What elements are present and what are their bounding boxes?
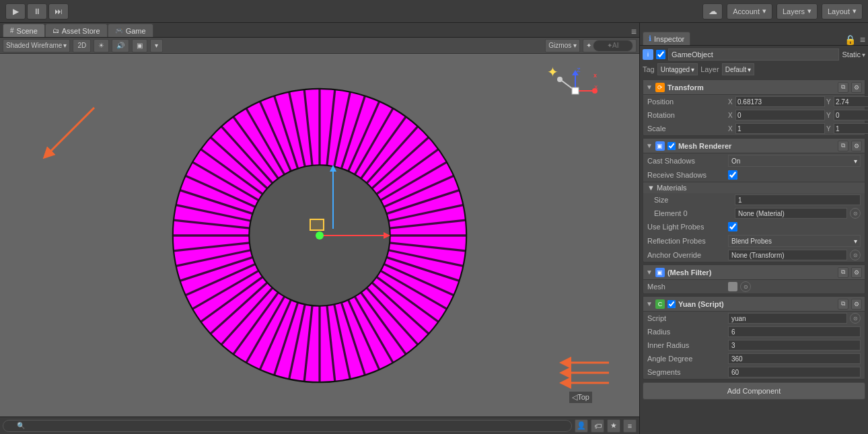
cast-shadows-dropdown[interactable]: On ▾ bbox=[728, 155, 861, 167]
2d-button[interactable]: 2D bbox=[73, 39, 91, 52]
segments-input[interactable] bbox=[728, 367, 861, 377]
reflection-probes-row: Reflection Probes Blend Probes ▾ bbox=[643, 233, 865, 248]
asset-tab-icon: 🗂 bbox=[52, 27, 59, 34]
svg-marker-64 bbox=[330, 165, 336, 172]
settings-icon-btn[interactable]: ≡ bbox=[623, 419, 637, 433]
svg-text:Z: Z bbox=[577, 67, 581, 73]
mesh-row: Mesh ⊙ bbox=[643, 280, 865, 293]
mesh-filter-icon: ▣ bbox=[655, 268, 665, 277]
svg-marker-66 bbox=[384, 232, 390, 239]
pos-x-input[interactable] bbox=[735, 96, 825, 107]
gameobject-name-input[interactable] bbox=[668, 48, 839, 61]
mesh-renderer-header[interactable]: ▼ ▣ Mesh Renderer ⧉ ⚙ bbox=[643, 139, 865, 153]
static-dropdown-arrow[interactable]: ▾ bbox=[862, 51, 865, 59]
scene-tab-icon: # bbox=[10, 27, 14, 34]
gizmos-dropdown[interactable]: Gizmos ▾ bbox=[545, 39, 580, 52]
receive-shadows-checkbox[interactable] bbox=[728, 170, 737, 180]
rot-x-input[interactable] bbox=[735, 110, 825, 120]
radius-input[interactable] bbox=[728, 326, 861, 337]
mesh-filter-settings-btn[interactable]: ⚙ bbox=[851, 267, 862, 278]
transform-settings-btn[interactable]: ⚙ bbox=[851, 82, 862, 93]
game-tab-icon: 🎮 bbox=[115, 27, 123, 34]
search-all-dropdown[interactable]: ✦ bbox=[583, 39, 637, 52]
yuan-script-copy-btn[interactable]: ⧉ bbox=[838, 299, 848, 310]
lighting-icon[interactable]: ☀ bbox=[94, 39, 109, 52]
scale-y-input[interactable] bbox=[834, 123, 868, 134]
script-picker-btn[interactable]: ⊙ bbox=[850, 313, 861, 324]
inner-radius-input[interactable] bbox=[728, 340, 861, 351]
viewport-area: # Scene 🗂 Asset Store 🎮 Game ≡ Shaded Wi… bbox=[0, 23, 639, 434]
pos-y-input[interactable] bbox=[834, 96, 868, 107]
materials-size-input[interactable] bbox=[735, 194, 861, 205]
audio-icon[interactable]: 🔊 bbox=[112, 39, 129, 52]
inspector-lock-icon[interactable]: 🔒 bbox=[844, 34, 859, 45]
yuan-script-checkbox[interactable] bbox=[667, 300, 676, 308]
viewport-canvas[interactable]: Z X x ◁Top ✦ bbox=[0, 54, 639, 417]
orientation-gizmo: Z X x bbox=[552, 67, 599, 114]
play-button[interactable]: ▶ bbox=[5, 3, 26, 20]
yuan-script-settings-btn[interactable]: ⚙ bbox=[851, 299, 862, 310]
inspector-tab-icon: ℹ bbox=[649, 34, 651, 43]
script-row: Script ⊙ bbox=[643, 312, 865, 325]
tab-more-icon[interactable]: ≡ bbox=[631, 26, 639, 37]
scene-tab[interactable]: # Scene bbox=[3, 24, 45, 37]
cast-shadows-row: Cast Shadows On ▾ bbox=[643, 153, 865, 168]
add-component-button[interactable]: Add Component bbox=[643, 382, 865, 400]
mesh-picker-btn[interactable]: ⊙ bbox=[740, 281, 751, 292]
element0-input[interactable] bbox=[735, 208, 847, 219]
play-controls: ▶ ⏸ ⏭ bbox=[5, 3, 69, 20]
shade-mode-dropdown[interactable]: Shaded Wireframe ▾ bbox=[3, 39, 70, 52]
vfx-icon[interactable]: ▣ bbox=[132, 39, 147, 52]
tag-icon-btn[interactable]: 🏷 bbox=[591, 419, 604, 433]
radius-row: Radius bbox=[643, 325, 865, 338]
asset-search-input[interactable] bbox=[3, 420, 572, 432]
angle-degree-input[interactable] bbox=[728, 353, 861, 364]
person-icon-btn[interactable]: 👤 bbox=[575, 419, 588, 433]
mesh-renderer-checkbox[interactable] bbox=[667, 142, 676, 150]
cloud-button[interactable]: ☁ bbox=[702, 3, 723, 20]
anchor-override-row: Anchor Override ⊙ bbox=[643, 248, 865, 262]
inspector-menu-icon[interactable]: ≡ bbox=[860, 34, 868, 45]
script-input[interactable] bbox=[728, 313, 847, 324]
scene-search-input[interactable] bbox=[593, 40, 633, 52]
inspector-tabs: ℹ Inspector 🔒 ≡ bbox=[640, 23, 868, 46]
fx-icon[interactable]: ▾ bbox=[150, 39, 163, 52]
pause-button[interactable]: ⏸ bbox=[27, 3, 47, 20]
position-row: Position X Y Z bbox=[643, 95, 865, 108]
inspector-tab[interactable]: ℹ Inspector bbox=[643, 32, 690, 45]
anchor-override-picker-btn[interactable]: ⊙ bbox=[850, 250, 861, 260]
mesh-filter-header[interactable]: ▼ ▣ (Mesh Filter) ⧉ ⚙ bbox=[643, 265, 865, 280]
svg-line-0 bbox=[47, 108, 94, 155]
yuan-script-collapse-arrow: ▼ bbox=[646, 300, 653, 308]
inspector-panel: ℹ Inspector 🔒 ≡ i Static ▾ bbox=[639, 23, 868, 434]
yuan-script-header[interactable]: ▼ C Yuan (Script) ⧉ ⚙ bbox=[643, 297, 865, 312]
transform-icon: ⟳ bbox=[655, 83, 665, 92]
layers-dropdown[interactable]: Layers ▾ bbox=[776, 3, 818, 20]
rotation-row: Rotation X Y Z bbox=[643, 108, 865, 122]
mesh-filter-copy-btn[interactable]: ⧉ bbox=[838, 267, 848, 278]
gameobject-active-checkbox[interactable] bbox=[656, 50, 665, 59]
mesh-renderer-settings-btn[interactable]: ⚙ bbox=[851, 141, 862, 151]
scale-x-input[interactable] bbox=[735, 123, 825, 134]
account-dropdown[interactable]: Account ▾ bbox=[727, 3, 772, 20]
transform-copy-btn[interactable]: ⧉ bbox=[838, 82, 848, 93]
layout-dropdown[interactable]: Layout ▾ bbox=[822, 3, 863, 20]
segments-row: Segments bbox=[643, 365, 865, 379]
materials-size-row: Size bbox=[643, 193, 865, 207]
transform-header[interactable]: ▼ ⟳ Transform ⧉ ⚙ bbox=[643, 80, 865, 95]
tag-dropdown[interactable]: Untagged ▾ bbox=[657, 63, 698, 75]
step-button[interactable]: ⏭ bbox=[48, 3, 69, 20]
game-tab[interactable]: 🎮 Game bbox=[108, 24, 153, 37]
reflection-probes-dropdown[interactable]: Blend Probes ▾ bbox=[728, 235, 861, 247]
transform-collapse-arrow: ▼ bbox=[646, 83, 653, 91]
star-icon-btn[interactable]: ★ bbox=[607, 419, 620, 433]
use-light-probes-row: Use Light Probes bbox=[643, 220, 865, 233]
rot-y-input[interactable] bbox=[834, 110, 868, 120]
mesh-renderer-copy-btn[interactable]: ⧉ bbox=[838, 141, 848, 151]
anchor-override-input[interactable] bbox=[728, 250, 847, 260]
use-light-probes-checkbox[interactable] bbox=[728, 222, 737, 231]
top-right-buttons: ☁ Account ▾ Layers ▾ Layout ▾ bbox=[702, 3, 863, 20]
element0-picker-btn[interactable]: ⊙ bbox=[850, 208, 861, 219]
layer-dropdown[interactable]: Default ▾ bbox=[722, 63, 755, 75]
asset-store-tab[interactable]: 🗂 Asset Store bbox=[45, 24, 108, 37]
